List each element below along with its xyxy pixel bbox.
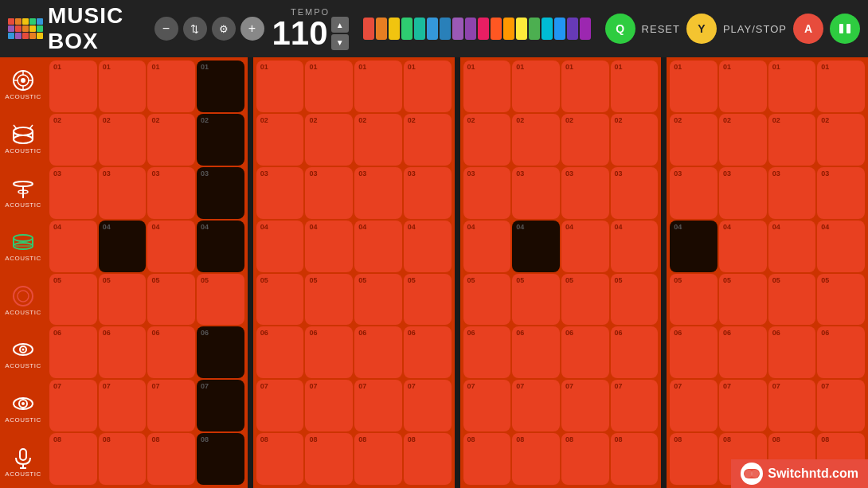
grid-cell[interactable]: 04	[463, 221, 511, 272]
grid-cell[interactable]: 03	[197, 167, 244, 219]
grid-cell[interactable]: 04	[197, 221, 244, 272]
grid-cell[interactable]: 02	[670, 114, 717, 166]
sidebar-instrument-5[interactable]: ACOUSTIC	[0, 273, 46, 327]
grid-cell[interactable]: 06	[197, 326, 244, 378]
grid-cell[interactable]: 02	[147, 114, 195, 166]
grid-cell[interactable]: 03	[49, 167, 97, 219]
grid-cell[interactable]: 07	[817, 380, 865, 431]
grid-cell[interactable]: 01	[817, 61, 865, 112]
grid-cell[interactable]: 06	[404, 326, 452, 378]
grid-cell[interactable]: 02	[99, 114, 147, 166]
grid-cell[interactable]: 06	[561, 326, 609, 378]
grid-cell[interactable]: 01	[768, 61, 816, 112]
grid-cell[interactable]: 07	[768, 380, 816, 431]
grid-cell[interactable]: 03	[305, 167, 353, 219]
grid-cell[interactable]: 08	[670, 433, 717, 485]
sidebar-instrument-4[interactable]: ACOUSTIC	[0, 219, 46, 273]
grid-cell[interactable]: 08	[404, 433, 452, 485]
shuffle-button[interactable]: ⇅	[183, 17, 207, 41]
grid-cell[interactable]: 06	[354, 326, 402, 378]
grid-cell[interactable]: 03	[719, 167, 767, 219]
grid-cell[interactable]: 08	[305, 433, 353, 485]
settings-button[interactable]: ⚙	[212, 17, 236, 41]
grid-cell[interactable]: 08	[99, 433, 147, 485]
grid-cell[interactable]: 07	[512, 380, 560, 431]
grid-cell[interactable]: 01	[463, 61, 511, 112]
grid-cell[interactable]: 05	[670, 274, 717, 326]
grid-cell[interactable]: 03	[512, 167, 560, 219]
grid-cell[interactable]: 05	[611, 274, 659, 326]
grid-cell[interactable]: 02	[611, 114, 659, 166]
grid-cell[interactable]: 01	[256, 61, 304, 112]
grid-cell[interactable]: 04	[719, 221, 767, 272]
tempo-up-button[interactable]: ▲	[331, 17, 349, 33]
grid-cell[interactable]: 01	[354, 61, 402, 112]
grid-cell[interactable]: 02	[404, 114, 452, 166]
grid-cell[interactable]: 07	[354, 380, 402, 431]
grid-cell[interactable]: 04	[561, 221, 609, 272]
grid-cell[interactable]: 04	[817, 221, 865, 272]
grid-cell[interactable]: 02	[719, 114, 767, 166]
grid-cell[interactable]: 04	[305, 221, 353, 272]
grid-cell[interactable]: 04	[768, 221, 816, 272]
grid-cell[interactable]: 08	[49, 433, 97, 485]
sidebar-instrument-2[interactable]: ACOUSTIC	[0, 111, 46, 166]
grid-cell[interactable]: 07	[305, 380, 353, 431]
grid-cell[interactable]: 08	[512, 433, 560, 485]
grid-cell[interactable]: 03	[670, 167, 717, 219]
grid-cell[interactable]: 03	[817, 167, 865, 219]
grid-cell[interactable]: 01	[197, 61, 244, 112]
grid-cell[interactable]: 05	[463, 274, 511, 326]
sidebar-instrument-6[interactable]: ACOUSTIC	[0, 326, 46, 381]
grid-cell[interactable]: 02	[463, 114, 511, 166]
grid-cell[interactable]: 07	[561, 380, 609, 431]
grid-cell[interactable]: 01	[670, 61, 717, 112]
grid-cell[interactable]: 03	[404, 167, 452, 219]
btn-a-button[interactable]: A	[793, 14, 823, 44]
grid-cell[interactable]: 03	[768, 167, 816, 219]
grid-cell[interactable]: 07	[463, 380, 511, 431]
grid-cell[interactable]: 08	[147, 433, 195, 485]
grid-cell[interactable]: 01	[404, 61, 452, 112]
grid-cell[interactable]: 08	[611, 433, 659, 485]
minus-button[interactable]: −	[154, 17, 178, 41]
grid-cell[interactable]: 01	[49, 61, 97, 112]
btn-q-button[interactable]: Q	[605, 14, 635, 44]
sidebar-instrument-3[interactable]: ACOUSTIC	[0, 165, 46, 219]
grid-cell[interactable]: 06	[147, 326, 195, 378]
grid-cell[interactable]: 07	[611, 380, 659, 431]
grid-cell[interactable]: 07	[147, 380, 195, 431]
grid-cell[interactable]: 02	[197, 114, 244, 166]
plus-button[interactable]: +	[240, 17, 264, 41]
grid-cell[interactable]: 05	[719, 274, 767, 326]
grid-cell[interactable]: 04	[147, 221, 195, 272]
grid-cell[interactable]: 04	[404, 221, 452, 272]
grid-cell[interactable]: 06	[49, 326, 97, 378]
grid-cell[interactable]: 04	[99, 221, 147, 272]
grid-cell[interactable]: 05	[354, 274, 402, 326]
sidebar-instrument-8[interactable]: ACOUSTIC	[0, 434, 46, 488]
grid-cell[interactable]: 07	[404, 380, 452, 431]
grid-cell[interactable]: 01	[147, 61, 195, 112]
grid-cell[interactable]: 01	[611, 61, 659, 112]
grid-cell[interactable]: 06	[768, 326, 816, 378]
grid-cell[interactable]: 06	[670, 326, 717, 378]
grid-cell[interactable]: 05	[561, 274, 609, 326]
grid-cell[interactable]: 06	[305, 326, 353, 378]
grid-cell[interactable]: 04	[354, 221, 402, 272]
grid-cell[interactable]: 08	[561, 433, 609, 485]
grid-cell[interactable]: 02	[305, 114, 353, 166]
grid-cell[interactable]: 04	[256, 221, 304, 272]
grid-cell[interactable]: 05	[256, 274, 304, 326]
grid-cell[interactable]: 08	[256, 433, 304, 485]
grid-cell[interactable]: 02	[512, 114, 560, 166]
grid-cell[interactable]: 05	[512, 274, 560, 326]
grid-cell[interactable]: 08	[354, 433, 402, 485]
sidebar-instrument-7[interactable]: ACOUSTIC	[0, 381, 46, 435]
grid-cell[interactable]: 03	[463, 167, 511, 219]
grid-cell[interactable]: 06	[463, 326, 511, 378]
grid-cell[interactable]: 02	[561, 114, 609, 166]
grid-cell[interactable]: 01	[512, 61, 560, 112]
grid-cell[interactable]: 07	[49, 380, 97, 431]
grid-cell[interactable]: 06	[256, 326, 304, 378]
